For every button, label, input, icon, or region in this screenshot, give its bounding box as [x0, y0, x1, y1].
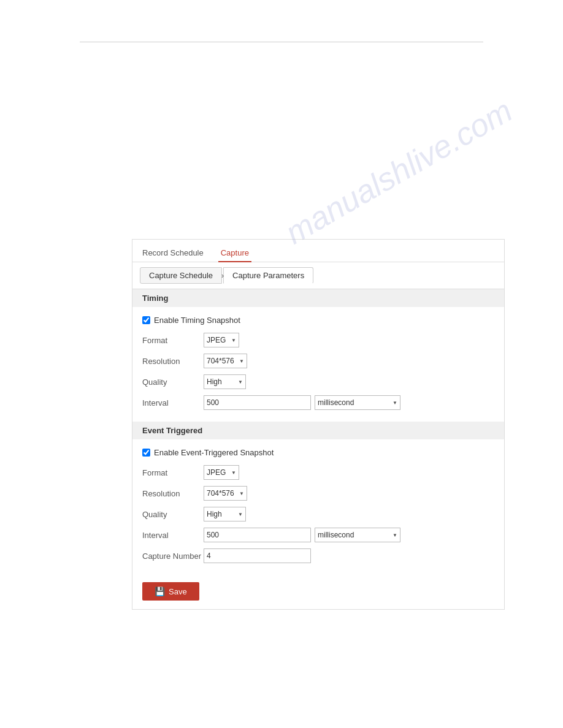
timing-format-label: Format	[142, 336, 204, 345]
timing-resolution-label: Resolution	[142, 357, 204, 366]
timing-quality-wrapper: High Medium Low	[204, 374, 494, 389]
event-quality-select[interactable]: High Medium Low	[204, 507, 246, 521]
timing-interval-unit-wrapper: millisecond second	[315, 395, 400, 410]
watermark: manualshlive.com	[279, 92, 518, 251]
timing-interval-unit-select[interactable]: millisecond second	[315, 395, 400, 410]
event-format-select-wrapper: JPEG BMP	[204, 465, 239, 480]
timing-format-row: Format JPEG BMP	[142, 332, 494, 348]
save-button[interactable]: 💾 Save	[142, 582, 199, 601]
timing-resolution-row: Resolution 704*576 352*288 176*144	[142, 353, 494, 369]
event-section-body: Enable Event-Triggered Snapshot Format J…	[132, 439, 504, 575]
event-interval-unit-select[interactable]: millisecond second	[315, 528, 400, 542]
tab-record-schedule[interactable]: Record Schedule	[140, 245, 206, 262]
timing-interval-wrapper: millisecond second	[204, 395, 494, 410]
event-quality-row: Quality High Medium Low	[142, 506, 494, 522]
event-resolution-row: Resolution 704*576 352*288 176*144	[142, 485, 494, 501]
timing-resolution-wrapper: 704*576 352*288 176*144	[204, 354, 494, 368]
enable-timing-checkbox[interactable]	[142, 316, 150, 324]
timing-interval-input[interactable]	[204, 395, 311, 410]
timing-format-wrapper: JPEG BMP	[204, 333, 494, 347]
timing-format-select[interactable]: JPEG BMP	[204, 333, 239, 347]
event-quality-label: Quality	[142, 510, 204, 519]
timing-quality-label: Quality	[142, 377, 204, 387]
event-resolution-select-wrapper: 704*576 352*288 176*144	[204, 486, 247, 501]
sub-tab-capture-schedule[interactable]: Capture Schedule	[140, 267, 222, 284]
event-format-select[interactable]: JPEG BMP	[204, 465, 239, 480]
timing-interval-row: Interval millisecond second	[142, 395, 494, 411]
event-interval-row: Interval millisecond second	[142, 527, 494, 543]
event-resolution-select[interactable]: 704*576 352*288 176*144	[204, 486, 247, 501]
timing-section: Timing Enable Timing Snapshot Format JPE…	[132, 289, 504, 422]
timing-quality-select-wrapper: High Medium Low	[204, 374, 246, 389]
event-section: Event Triggered Enable Event-Triggered S…	[132, 422, 504, 575]
timing-resolution-select-wrapper: 704*576 352*288 176*144	[204, 354, 247, 368]
capture-number-row: Capture Number	[142, 548, 494, 564]
save-icon: 💾	[155, 586, 165, 596]
timing-resolution-select[interactable]: 704*576 352*288 176*144	[204, 354, 247, 368]
save-bar: 💾 Save	[132, 575, 504, 609]
timing-format-select-wrapper: JPEG BMP	[204, 333, 239, 347]
timing-section-body: Enable Timing Snapshot Format JPEG BMP R…	[132, 307, 504, 422]
timing-quality-select[interactable]: High Medium Low	[204, 374, 246, 389]
event-format-row: Format JPEG BMP	[142, 464, 494, 480]
event-quality-select-wrapper: High Medium Low	[204, 507, 246, 521]
capture-number-input[interactable]	[204, 548, 311, 563]
main-container: Record Schedule Capture Capture Schedule…	[132, 239, 505, 610]
capture-number-label: Capture Number	[142, 552, 204, 561]
event-interval-unit-wrapper: millisecond second	[315, 528, 400, 542]
save-label: Save	[169, 587, 187, 596]
sub-tab-arrow: ›	[221, 271, 224, 280]
enable-timing-label: Enable Timing Snapshot	[154, 316, 240, 325]
enable-event-label: Enable Event-Triggered Snapshot	[154, 448, 274, 457]
event-interval-label: Interval	[142, 531, 204, 540]
timing-quality-row: Quality High Medium Low	[142, 374, 494, 390]
sub-tab-bar: Capture Schedule › Capture Parameters	[132, 262, 504, 289]
top-divider	[80, 42, 483, 42]
tab-bar: Record Schedule Capture	[132, 240, 504, 262]
sub-tab-capture-parameters[interactable]: Capture Parameters	[223, 267, 313, 284]
event-quality-wrapper: High Medium Low	[204, 507, 494, 521]
event-interval-wrapper: millisecond second	[204, 528, 494, 542]
enable-event-row: Enable Event-Triggered Snapshot	[142, 446, 494, 460]
event-section-header: Event Triggered	[132, 422, 504, 439]
tab-capture[interactable]: Capture	[218, 245, 251, 262]
enable-event-checkbox[interactable]	[142, 449, 150, 457]
event-interval-input[interactable]	[204, 528, 311, 542]
event-format-label: Format	[142, 468, 204, 477]
timing-section-header: Timing	[132, 289, 504, 307]
event-format-wrapper: JPEG BMP	[204, 465, 494, 480]
enable-timing-row: Enable Timing Snapshot	[142, 313, 494, 327]
event-resolution-label: Resolution	[142, 489, 204, 498]
event-resolution-wrapper: 704*576 352*288 176*144	[204, 486, 494, 501]
timing-interval-label: Interval	[142, 398, 204, 408]
capture-number-wrapper	[204, 548, 494, 563]
